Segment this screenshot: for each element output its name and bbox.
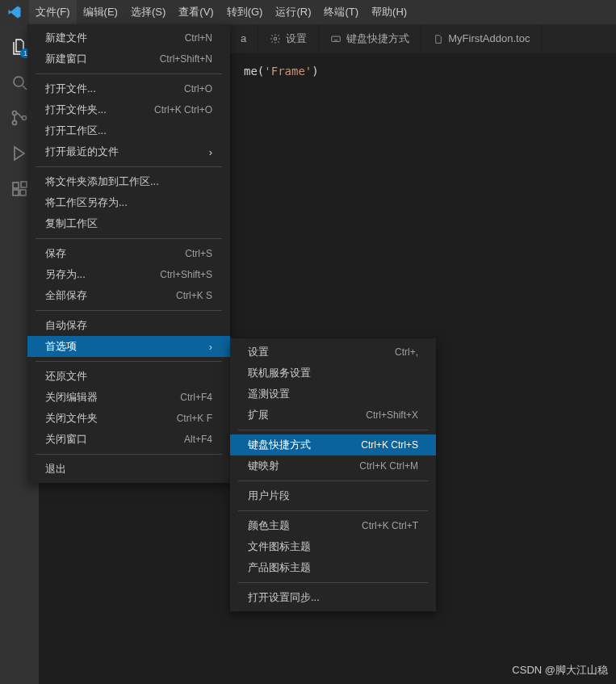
- file-menu: 新建文件Ctrl+N 新建窗口Ctrl+Shift+N 打开文件...Ctrl+…: [27, 24, 230, 483]
- pref-keyboard-shortcuts[interactable]: 键盘快捷方式Ctrl+K Ctrl+S: [230, 434, 436, 455]
- file-menu-new-file[interactable]: 新建文件Ctrl+N: [27, 27, 230, 48]
- file-menu-close-editor[interactable]: 关闭编辑器Ctrl+F4: [27, 387, 230, 408]
- keyboard-icon: [330, 33, 342, 44]
- menu-label: 扩展: [248, 408, 337, 422]
- svg-point-0: [14, 77, 23, 86]
- pref-settings-sync[interactable]: 打开设置同步...: [230, 587, 436, 608]
- file-menu-open-workspace[interactable]: 打开工作区...: [27, 120, 230, 141]
- menubar-run[interactable]: 运行(R): [269, 0, 317, 24]
- file-menu-duplicate-workspace[interactable]: 复制工作区: [27, 213, 230, 234]
- menu-label: 颜色主题: [248, 518, 333, 533]
- menu-separator: [36, 238, 222, 239]
- menu-label: 设置: [248, 345, 366, 359]
- menubar-go[interactable]: 转到(G): [220, 0, 270, 24]
- file-menu-save-workspace-as[interactable]: 将工作区另存为...: [27, 192, 230, 213]
- menu-shortcut: Ctrl+Shift+X: [366, 409, 418, 421]
- chevron-right-icon: ›: [209, 341, 212, 353]
- pref-color-theme[interactable]: 颜色主题Ctrl+K Ctrl+T: [230, 515, 436, 536]
- code-text: 'Frame': [264, 65, 312, 78]
- menu-label: 打开文件...: [45, 82, 155, 96]
- file-menu-open-folder[interactable]: 打开文件夹...Ctrl+K Ctrl+O: [27, 99, 230, 120]
- menu-label: 打开最近的文件: [45, 145, 180, 159]
- menu-label: 键盘快捷方式: [248, 438, 332, 452]
- svg-point-9: [274, 37, 277, 40]
- menu-shortcut: Ctrl+Shift+S: [160, 269, 212, 280]
- watermark: CSDN @脚大江山稳: [512, 663, 608, 678]
- svg-rect-6: [13, 190, 19, 195]
- menu-shortcut: Ctrl+O: [184, 83, 212, 94]
- menubar-edit[interactable]: 编辑(E): [77, 0, 124, 24]
- pref-settings[interactable]: 设置Ctrl+,: [230, 342, 436, 363]
- menu-label: 全部保存: [45, 288, 147, 303]
- file-menu-add-folder[interactable]: 将文件夹添加到工作区...: [27, 171, 230, 192]
- file-menu-revert[interactable]: 还原文件: [27, 366, 230, 387]
- menu-label: 新建文件: [45, 31, 156, 45]
- tab-keyboard-shortcuts[interactable]: 键盘快捷方式: [319, 24, 421, 53]
- menu-label: 还原文件: [45, 369, 212, 384]
- pref-keymaps[interactable]: 键映射Ctrl+K Ctrl+M: [230, 455, 436, 476]
- pref-online-services[interactable]: 联机服务设置: [230, 363, 436, 384]
- file-menu-save-all[interactable]: 全部保存Ctrl+K S: [27, 285, 230, 306]
- menu-shortcut: Ctrl+N: [185, 32, 212, 44]
- menu-label: 新建窗口: [45, 52, 131, 66]
- menubar-help[interactable]: 帮助(H): [365, 0, 413, 24]
- menu-separator: [36, 454, 222, 455]
- svg-point-4: [23, 116, 27, 120]
- pref-user-snippets[interactable]: 用户片段: [230, 485, 436, 506]
- preferences-submenu: 设置Ctrl+, 联机服务设置 遥测设置 扩展Ctrl+Shift+X 键盘快捷…: [230, 338, 436, 611]
- menu-shortcut: Ctrl+Shift+N: [160, 53, 212, 65]
- menu-shortcut: Ctrl+S: [185, 248, 212, 259]
- menu-label: 键映射: [248, 459, 330, 473]
- file-menu-close-window[interactable]: 关闭窗口Alt+F4: [27, 429, 230, 450]
- file-menu-new-window[interactable]: 新建窗口Ctrl+Shift+N: [27, 48, 230, 69]
- chevron-right-icon: ›: [209, 146, 212, 158]
- menubar-file[interactable]: 文件(F): [29, 0, 77, 24]
- pref-extensions[interactable]: 扩展Ctrl+Shift+X: [230, 405, 436, 426]
- file-menu-preferences[interactable]: 首选项›: [27, 336, 230, 357]
- tab-settings[interactable]: 设置: [258, 24, 319, 53]
- menu-label: 将工作区另存为...: [45, 195, 212, 210]
- tab-label: MyFirstAddon.toc: [448, 24, 530, 53]
- svg-point-3: [13, 121, 17, 125]
- menu-label: 文件图标主题: [248, 539, 418, 554]
- svg-rect-5: [13, 183, 19, 188]
- menu-shortcut: Ctrl+K Ctrl+S: [361, 439, 418, 451]
- pref-product-icon-theme[interactable]: 产品图标主题: [230, 557, 436, 578]
- file-menu-save[interactable]: 保存Ctrl+S: [27, 243, 230, 264]
- menu-label: 另存为...: [45, 267, 131, 282]
- tab-lua[interactable]: a: [229, 24, 258, 53]
- file-menu-open-file[interactable]: 打开文件...Ctrl+O: [27, 78, 230, 99]
- menu-label: 自动保存: [45, 318, 212, 333]
- menu-label: 产品图标主题: [248, 560, 418, 575]
- menu-separator: [238, 430, 428, 430]
- tab-label: a: [241, 24, 246, 53]
- menu-shortcut: Alt+F4: [184, 434, 212, 445]
- menu-label: 联机服务设置: [248, 366, 418, 380]
- menu-shortcut: Ctrl+K S: [176, 290, 212, 301]
- menu-label: 遥测设置: [248, 387, 418, 401]
- menubar-select[interactable]: 选择(S): [124, 0, 172, 24]
- svg-rect-8: [21, 182, 27, 187]
- menu-separator: [36, 310, 222, 311]
- svg-line-1: [23, 86, 27, 90]
- file-menu-exit[interactable]: 退出: [27, 459, 230, 480]
- menu-bar: 文件(F) 编辑(E) 选择(S) 查看(V) 转到(G) 运行(R) 终端(T…: [0, 0, 616, 24]
- gear-icon: [270, 33, 281, 44]
- file-menu-open-recent[interactable]: 打开最近的文件›: [27, 141, 230, 162]
- file-menu-save-as[interactable]: 另存为...Ctrl+Shift+S: [27, 264, 230, 285]
- menu-label: 打开工作区...: [45, 124, 212, 138]
- menu-shortcut: Ctrl+F4: [180, 392, 212, 403]
- file-menu-auto-save[interactable]: 自动保存: [27, 315, 230, 336]
- menubar-terminal[interactable]: 终端(T): [317, 0, 365, 24]
- menu-label: 将文件夹添加到工作区...: [45, 174, 212, 189]
- file-menu-close-folder[interactable]: 关闭文件夹Ctrl+K F: [27, 408, 230, 429]
- menubar-view[interactable]: 查看(V): [172, 0, 220, 24]
- tab-toc[interactable]: MyFirstAddon.toc: [421, 24, 542, 53]
- pref-file-icon-theme[interactable]: 文件图标主题: [230, 536, 436, 557]
- tab-label: 键盘快捷方式: [346, 24, 409, 53]
- pref-telemetry[interactable]: 遥测设置: [230, 384, 436, 405]
- menu-separator: [36, 166, 222, 167]
- menu-shortcut: Ctrl+,: [395, 346, 418, 358]
- file-icon: [433, 34, 443, 44]
- menu-label: 关闭文件夹: [45, 411, 148, 426]
